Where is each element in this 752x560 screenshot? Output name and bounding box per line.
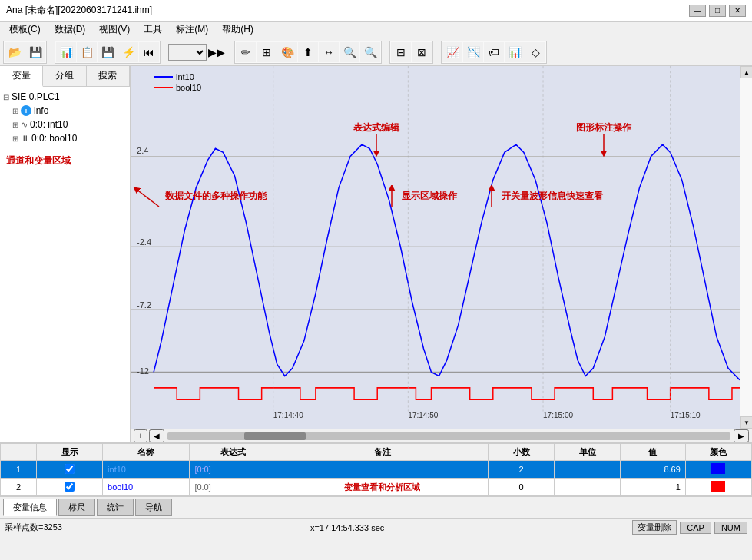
row1-note [277, 461, 488, 479]
speed-combo-group: ▶▶ [168, 42, 227, 62]
data-btn5[interactable]: ⏮ [139, 42, 159, 62]
menu-view[interactable]: 视图(V) [93, 22, 136, 38]
legend-int10-label: int10 [176, 72, 194, 81]
var-delete-button[interactable]: 变量删除 [632, 520, 677, 535]
chart-vertical-scrollbar[interactable]: ▲ ▼ [740, 66, 752, 429]
tab-ruler[interactable]: 标尺 [58, 499, 95, 516]
svg-text:2.4: 2.4 [137, 146, 148, 155]
menu-help[interactable]: 帮助(H) [216, 22, 260, 38]
disp-btn2[interactable]: ⊠ [412, 42, 432, 62]
annotation-data-ops-text: 数据文件的多种操作功能 [165, 191, 267, 201]
chart-legend: int10 bool10 [154, 72, 201, 94]
svg-text:17:15:10: 17:15:10 [671, 411, 701, 419]
menu-tools[interactable]: 工具 [137, 22, 168, 38]
scroll-prev-btn[interactable]: ◀ [149, 429, 164, 442]
sig-btn5[interactable]: ◇ [525, 42, 545, 62]
legend-red-line [154, 87, 173, 88]
scroll-up-btn[interactable]: ▲ [740, 66, 752, 78]
row2-checkbox[interactable] [65, 482, 75, 492]
arrow-display-ops [384, 185, 399, 208]
main-area: 变量 分组 搜索 ⊟ SIE 0.PLC1 ⊞ i info ⊞ ∿ 0:0: … [0, 66, 752, 442]
palette-btn[interactable]: 🎨 [277, 42, 297, 62]
bar-icon: ⏸ [21, 134, 29, 143]
grid-btn[interactable]: ⊞ [257, 42, 277, 62]
row2-expr: [0.0] [190, 479, 277, 496]
var-btn1[interactable]: ⬆ [298, 42, 318, 62]
maximize-button[interactable]: □ [709, 5, 726, 17]
sig-btn1[interactable]: 📈 [442, 42, 462, 62]
color-swatch-blue [711, 463, 725, 474]
file-tools-group: 📂 💾 [3, 41, 47, 64]
cap-indicator: CAP [680, 522, 711, 534]
tree-int10-node[interactable]: ⊞ ∿ 0:0: int10 [3, 118, 127, 131]
close-button[interactable]: ✕ [729, 5, 746, 17]
row2-color [685, 479, 751, 496]
data-btn2[interactable]: 📋 [77, 42, 97, 62]
tree-bool10-node[interactable]: ⊞ ⏸ 0:0: bool10 [3, 131, 127, 145]
sig-btn3[interactable]: 🏷 [484, 42, 504, 62]
data-btn4[interactable]: ⚡ [118, 42, 138, 62]
tab-search[interactable]: 搜索 [87, 66, 130, 86]
scroll-next-btn[interactable]: ▶ [734, 429, 749, 442]
tree-info-node[interactable]: ⊞ i info [3, 104, 127, 118]
sig-btn2[interactable]: 📉 [463, 42, 483, 62]
scroll-bar[interactable] [167, 432, 730, 440]
chart-main-row: 2.4 -2.4 -7.2 -12 17:14:40 17:14:50 17:1… [131, 66, 752, 429]
tab-navigate[interactable]: 导航 [135, 499, 172, 516]
row2-display[interactable] [37, 479, 103, 496]
var-btn2[interactable]: ↔ [319, 42, 339, 62]
save-button[interactable]: 💾 [25, 42, 45, 62]
menu-data[interactable]: 数据(D) [48, 22, 92, 38]
expression-group: ✏ ⊞ 🎨 ⬆ ↔ 🔍 🔍 [234, 41, 382, 64]
data-btn3[interactable]: 💾 [98, 42, 118, 62]
row1-checkbox[interactable] [65, 464, 75, 474]
row1-expr: [0:0] [190, 461, 277, 479]
zoom-out-btn[interactable]: 🔍 [360, 42, 380, 62]
zoom-in-btn[interactable]: 🔍 [340, 42, 359, 62]
chart-svg: 2.4 -2.4 -7.2 -12 17:14:40 17:14:50 17:1… [131, 66, 740, 429]
sig-btn4[interactable]: 📊 [505, 42, 525, 62]
tab-variable[interactable]: 变量 [0, 66, 43, 87]
scroll-down-btn[interactable]: ▼ [740, 416, 752, 429]
tab-stats[interactable]: 统计 [97, 499, 134, 516]
tab-group[interactable]: 分组 [43, 66, 86, 86]
svg-text:17:14:50: 17:14:50 [408, 411, 438, 419]
toolbar: 📂 💾 📊 📋 💾 ⚡ ⏮ ▶▶ ✏ ⊞ 🎨 ⬆ ↔ 🔍 🔍 ⊟ ⊠ 📈 📉 🏷… [0, 38, 752, 66]
expr-btn1[interactable]: ✏ [236, 42, 256, 62]
tree-int10-label: 0:0: int10 [30, 119, 68, 130]
menu-bar: 模板(C) 数据(D) 视图(V) 工具 标注(M) 帮助(H) [0, 22, 752, 38]
annotation-graphic-text: 图形标注操作 [576, 121, 631, 134]
status-right-area: 变量删除 CAP NUM [632, 520, 747, 535]
x-value: x=17:14:54.333 sec [310, 523, 384, 532]
open-folder-button[interactable]: 📂 [5, 42, 25, 62]
scroll-track[interactable] [740, 78, 752, 416]
row2-id: 2 [1, 479, 37, 496]
chart-wrapper: 2.4 -2.4 -7.2 -12 17:14:40 17:14:50 17:1… [131, 66, 752, 442]
menu-mark[interactable]: 标注(M) [170, 22, 214, 38]
chart-area[interactable]: 2.4 -2.4 -7.2 -12 17:14:40 17:14:50 17:1… [131, 66, 740, 429]
col-header-num [1, 444, 37, 461]
analysis-area-label: 变量查看和分析区域 [277, 479, 488, 496]
svg-line-19 [136, 189, 159, 207]
row1-display[interactable] [37, 461, 103, 479]
speed-select[interactable] [168, 44, 207, 61]
scroll-thumb[interactable] [244, 432, 306, 440]
row2-name: bool10 [103, 479, 190, 496]
disp-btn1[interactable]: ⊟ [391, 42, 411, 62]
menu-template[interactable]: 模板(C) [3, 22, 47, 38]
chart-horizontal-scrollbar[interactable]: + ◀ ▶ [131, 429, 752, 442]
tree-root[interactable]: ⊟ SIE 0.PLC1 [3, 90, 127, 104]
table-row: 2 bool10 [0.0] 变量查看和分析区域 0 1 [1, 479, 752, 496]
svg-text:17:15:00: 17:15:00 [543, 411, 573, 419]
play-forward[interactable]: ▶▶ [207, 42, 227, 62]
variable-tree: ⊟ SIE 0.PLC1 ⊞ i info ⊞ ∿ 0:0: int10 ⊞ ⏸… [0, 87, 130, 442]
table-header-row: 显示 名称 表达式 备注 小数 单位 值 颜色 [1, 444, 752, 461]
minimize-button[interactable]: — [689, 5, 706, 17]
tab-varinfo[interactable]: 变量信息 [3, 499, 57, 516]
svg-text:17:14:40: 17:14:40 [273, 411, 303, 419]
data-btn1[interactable]: 📊 [56, 42, 76, 62]
info-tabs: 变量信息 标尺 统计 导航 [0, 496, 752, 518]
arrow-switch-info [484, 185, 499, 208]
scroll-left-btn[interactable]: + [134, 429, 147, 442]
bottom-panel: 显示 名称 表达式 备注 小数 单位 值 颜色 1 int10 [0:0] 2 … [0, 442, 752, 496]
